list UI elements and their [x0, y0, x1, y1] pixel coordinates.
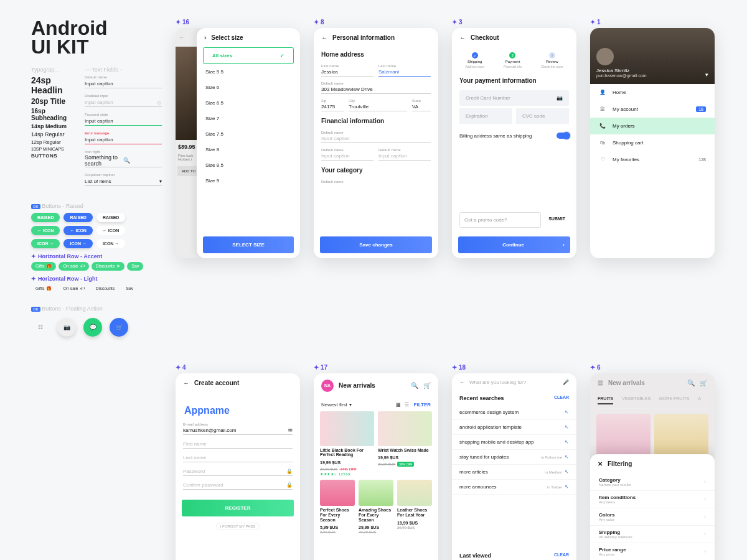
email-input[interactable]: kamushken@gmail.com✉: [183, 426, 293, 435]
filter-conditions[interactable]: Item conditionsAny items›: [590, 491, 715, 508]
size-option[interactable]: Size 8: [197, 142, 300, 157]
icon-btn-flat[interactable]: ← ICON: [96, 226, 125, 235]
tf-dropdown[interactable]: List of items▾: [85, 177, 162, 186]
promo-input[interactable]: Got a promo code?: [459, 212, 541, 228]
address-input[interactable]: 303 Meadowview Drive: [321, 85, 431, 94]
step-payment[interactable]: 2PaymentFinancial info: [504, 52, 522, 68]
cvc-input[interactable]: CVC code: [516, 108, 569, 124]
raised-btn-blue[interactable]: RAISED: [63, 213, 92, 222]
tab-vegetables[interactable]: VEGETABLES: [622, 396, 651, 404]
icon-btn-blue-r[interactable]: ICON →: [63, 239, 92, 248]
chip-onsale-l[interactable]: On sale 🏷: [59, 284, 88, 293]
filter-category[interactable]: CategoryNarrow your results›: [590, 474, 715, 491]
tab-fruits[interactable]: FRUITS: [598, 396, 613, 404]
search-icon[interactable]: 🔍: [411, 382, 418, 389]
product-card[interactable]: Leather Shoes For Last Year19,99 $US29,9…: [397, 480, 432, 534]
filter-shipping[interactable]: ShippingAll delivery methods›: [590, 526, 715, 543]
tf-focused[interactable]: [85, 117, 162, 126]
product-card[interactable]: Amazing Shoes For Every Season29,99 $US3…: [359, 480, 393, 534]
back-icon[interactable]: ←: [459, 34, 466, 41]
cart-icon[interactable]: 🛒: [700, 380, 707, 386]
avatar[interactable]: [596, 48, 614, 65]
first-name-input[interactable]: Jessica: [321, 68, 374, 77]
tf-error[interactable]: [85, 136, 162, 144]
size-option[interactable]: Size 9: [197, 173, 300, 189]
continue-button[interactable]: Continue›: [458, 236, 570, 253]
tab-a[interactable]: A: [698, 396, 701, 404]
first-name-input[interactable]: First name: [183, 440, 293, 449]
submit-button[interactable]: SUBMIT: [545, 212, 569, 228]
cc-number-input[interactable]: Credit Card Number📷: [459, 90, 569, 106]
filter-colors[interactable]: ColorsAny color›: [590, 508, 715, 526]
fin-input-1[interactable]: Input caption: [321, 134, 431, 143]
fab-list[interactable]: ☷: [31, 318, 50, 337]
step-shipping[interactable]: ✓ShippingAddress input: [465, 52, 484, 68]
menu-icon[interactable]: ☰: [598, 380, 603, 386]
nav-favorites[interactable]: ♡My favorites128: [590, 151, 715, 168]
clear-recent[interactable]: CLEAR: [554, 395, 569, 401]
list-view-icon[interactable]: ☰: [405, 402, 409, 408]
clear-last-viewed[interactable]: CLEAR: [554, 553, 569, 559]
search-icon[interactable]: 🔍: [687, 380, 695, 386]
recent-item[interactable]: more announcesin Twitter↖: [452, 480, 576, 495]
icon-btn-green-r[interactable]: ICON →: [31, 239, 60, 248]
nav-home[interactable]: 👤Home: [590, 84, 715, 101]
confirm-password-input[interactable]: Confirm password🔒: [183, 481, 293, 490]
step-review[interactable]: 3ReviewCheck the order: [541, 52, 563, 68]
cart-icon[interactable]: 🛒: [423, 382, 431, 389]
fin-input-2[interactable]: Input caption: [321, 152, 374, 161]
recent-item[interactable]: android application template↖: [452, 420, 576, 435]
product-card[interactable]: Little Black Book For Perfect Reading19,…: [320, 411, 374, 476]
chip-save[interactable]: Sav: [127, 262, 143, 271]
chip-gifts-l[interactable]: Gifts 🎁: [31, 284, 56, 293]
chip-gifts[interactable]: Gifts 🎁: [31, 262, 56, 271]
chevron-down-icon[interactable]: ▾: [705, 72, 708, 78]
chip-discounts[interactable]: Discounts ✕: [92, 262, 125, 271]
chip-save-l[interactable]: Sav: [121, 284, 138, 293]
back-icon[interactable]: ←: [183, 380, 189, 386]
fab-camera[interactable]: 📷: [57, 318, 76, 337]
icon-btn-blue[interactable]: ← ICON: [63, 226, 92, 235]
icon-btn-flat-r[interactable]: ICON →: [96, 239, 125, 248]
fab-chat[interactable]: 💬: [83, 318, 102, 337]
size-all[interactable]: All sizes✓: [203, 47, 294, 64]
size-option[interactable]: Size 8.5: [197, 157, 300, 173]
recent-item[interactable]: ecommerce design system↖: [452, 405, 576, 420]
size-option[interactable]: Size 5.5: [197, 64, 300, 80]
search-input[interactable]: What are you looking for?: [469, 380, 558, 385]
grid-view-icon[interactable]: ▦: [396, 402, 401, 408]
last-name-input[interactable]: Salzmani: [378, 68, 431, 77]
password-input[interactable]: Password🔒: [183, 467, 293, 476]
tf-default[interactable]: [85, 80, 162, 88]
mic-icon[interactable]: 🎤: [563, 380, 569, 385]
size-option[interactable]: Size 7: [197, 111, 300, 126]
chip-discounts-l[interactable]: Discounts: [92, 284, 120, 293]
nav-account[interactable]: 🏛My account18: [590, 101, 715, 118]
size-option[interactable]: Size 7.5: [197, 126, 300, 142]
product-card[interactable]: Wrist Watch Swiss Made19,99 $US29,99 $US…: [378, 411, 432, 476]
select-size-button[interactable]: SELECT SIZE: [203, 236, 294, 253]
back-icon[interactable]: ←: [321, 34, 327, 41]
billing-toggle[interactable]: [557, 133, 569, 139]
chip-onsale[interactable]: On sale 🏷: [59, 262, 88, 271]
last-name-input[interactable]: Last name: [183, 454, 293, 462]
zip-input[interactable]: 24175: [321, 103, 344, 111]
forgot-pass-link[interactable]: I FORGOT MY PASS: [216, 523, 260, 530]
icon-btn-green[interactable]: ← ICON: [31, 226, 60, 235]
raised-btn-white[interactable]: RAISED: [96, 213, 125, 222]
recent-item[interactable]: shopping mobile and desktop app↖: [452, 435, 576, 450]
register-button[interactable]: REGISTER: [182, 500, 294, 516]
nav-orders[interactable]: 📞My orders: [590, 118, 715, 134]
nav-cart[interactable]: 🛍Shopping cart: [590, 134, 715, 151]
size-option[interactable]: Size 6: [197, 80, 300, 95]
recent-item[interactable]: stay tuned for updatesin Follow me↖: [452, 450, 576, 465]
save-changes-button[interactable]: Save changes: [320, 236, 432, 253]
fab-cart[interactable]: 🛒: [110, 318, 128, 337]
raised-btn-green[interactable]: RAISED: [31, 213, 60, 222]
size-option[interactable]: Size 6.5: [197, 95, 300, 111]
tab-more[interactable]: MORE FRUITS: [659, 396, 689, 404]
close-icon[interactable]: ✕: [598, 460, 603, 467]
product-card[interactable]: Perfect Shoes For Every Season5,99 $US9,…: [320, 480, 355, 534]
chevron-right-icon[interactable]: ›: [204, 34, 206, 41]
state-input[interactable]: VA: [412, 103, 431, 111]
